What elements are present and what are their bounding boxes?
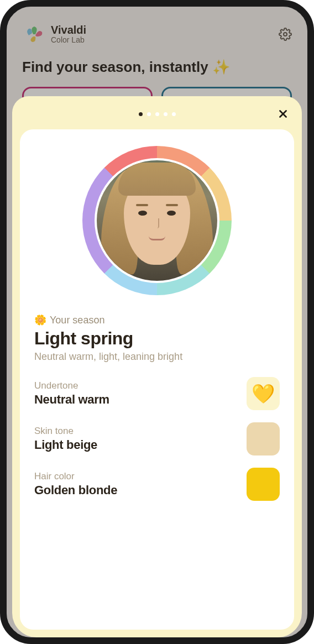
attribute-row-haircolor: Hair color Golden blonde (34, 468, 280, 501)
pager-dot[interactable] (147, 112, 151, 116)
result-sheet: 🌼Your season Light spring Neutral warm, … (12, 96, 302, 637)
attribute-label: Skin tone (34, 426, 247, 437)
attribute-value: Neutral warm (34, 392, 247, 407)
attribute-row-skintone: Skin tone Light beige (34, 422, 280, 455)
swatch-haircolor (247, 468, 280, 501)
attribute-row-undertone: Undertone Neutral warm 💛 (34, 377, 280, 410)
attribute-label: Undertone (34, 380, 247, 391)
swatch-skintone (247, 422, 280, 455)
season-label: 🌼Your season (34, 314, 280, 326)
pager-dot[interactable] (164, 112, 168, 116)
season-name: Light spring (34, 328, 280, 349)
season-description: Neutral warm, light, leaning bright (34, 351, 280, 363)
swatch-undertone: 💛 (247, 377, 280, 410)
pager-dot[interactable] (172, 112, 176, 116)
attribute-value: Light beige (34, 438, 247, 452)
heart-icon: 💛 (252, 383, 275, 405)
close-button[interactable] (274, 105, 292, 123)
pager-dots[interactable] (139, 112, 176, 116)
avatar-ring (82, 146, 232, 295)
pager-dot[interactable] (155, 112, 159, 116)
attribute-value: Golden blonde (34, 483, 247, 498)
flower-icon: 🌼 (34, 315, 46, 326)
pager-dot[interactable] (139, 112, 143, 116)
user-photo (97, 160, 217, 281)
attribute-label: Hair color (34, 471, 247, 482)
result-card: 🌼Your season Light spring Neutral warm, … (20, 129, 294, 630)
